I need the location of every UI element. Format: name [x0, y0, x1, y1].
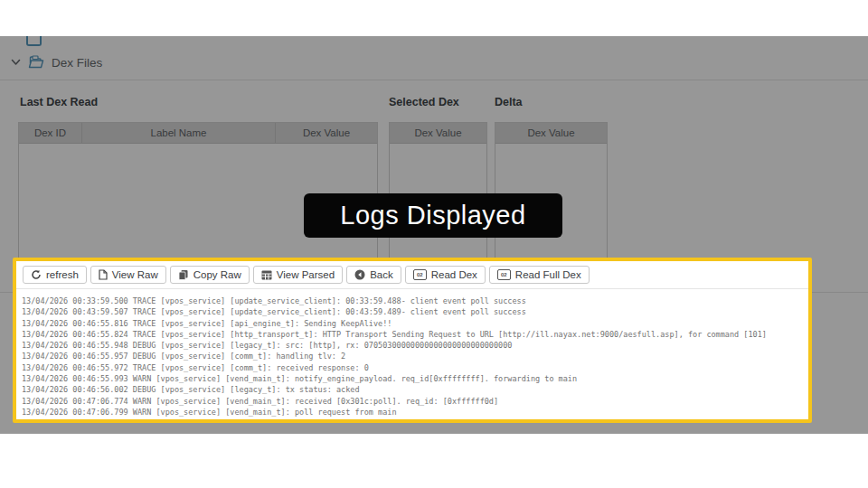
log-line: 13/04/2026 00:46:55.816 TRACE [vpos_serv… [22, 318, 805, 329]
button-label: Back [370, 269, 393, 280]
log-panel: refresh View Raw Copy Raw [13, 258, 812, 423]
log-line: 13/04/2026 00:46:56.002 DEBUG [vpos_serv… [22, 384, 805, 395]
logs-displayed-callout: Logs Displayed [304, 193, 562, 238]
refresh-icon [31, 269, 42, 280]
log-output[interactable]: 13/04/2026 00:33:59.500 TRACE [vpos_serv… [16, 289, 808, 418]
read-full-dex-button[interactable]: 02 Read Full Dex [489, 266, 590, 284]
log-line: 13/04/2026 00:43:59.507 TRACE [vpos_serv… [22, 306, 805, 317]
button-label: View Raw [112, 269, 158, 280]
button-label: View Parsed [277, 269, 335, 280]
log-line: 13/04/2026 00:46:55.948 DEBUG [vpos_serv… [22, 340, 805, 351]
refresh-button[interactable]: refresh [23, 266, 87, 284]
log-line: 13/04/2026 00:46:55.993 WARN [vpos_servi… [22, 373, 805, 384]
view-raw-button[interactable]: View Raw [90, 266, 166, 284]
log-line: 13/04/2026 00:46:55.957 DEBUG [vpos_serv… [22, 351, 805, 361]
read-dex-button[interactable]: 02 Read Dex [405, 266, 486, 284]
log-line: 13/04/2026 00:33:59.500 TRACE [vpos_serv… [22, 296, 805, 306]
button-label: Read Full Dex [515, 269, 581, 280]
log-line: 13/04/2026 00:47:06.774 WARN [vpos_servi… [22, 396, 805, 407]
dex-chip-icon: 02 [413, 269, 427, 280]
button-label: Copy Raw [193, 269, 241, 280]
log-toolbar: refresh View Raw Copy Raw [16, 261, 808, 289]
dex-chip-icon: 02 [497, 269, 511, 280]
button-label: refresh [46, 269, 79, 280]
back-button[interactable]: Back [346, 266, 401, 284]
document-icon [99, 269, 108, 280]
button-label: Read Dex [431, 269, 477, 280]
back-circle-icon [354, 269, 365, 280]
copy-raw-button[interactable]: Copy Raw [170, 266, 250, 284]
copy-icon [178, 269, 189, 280]
log-line: 13/04/2026 00:47:06.799 WARN [vpos_servi… [22, 407, 805, 418]
view-parsed-button[interactable]: View Parsed [253, 266, 343, 284]
log-line: 13/04/2026 00:46:55.972 TRACE [vpos_serv… [22, 362, 805, 373]
screen: Dex Files Last Dex Read Dex ID Label Nam… [0, 0, 868, 488]
log-line: 13/04/2026 00:46:55.824 TRACE [vpos_serv… [22, 329, 805, 340]
table-icon [261, 270, 272, 280]
